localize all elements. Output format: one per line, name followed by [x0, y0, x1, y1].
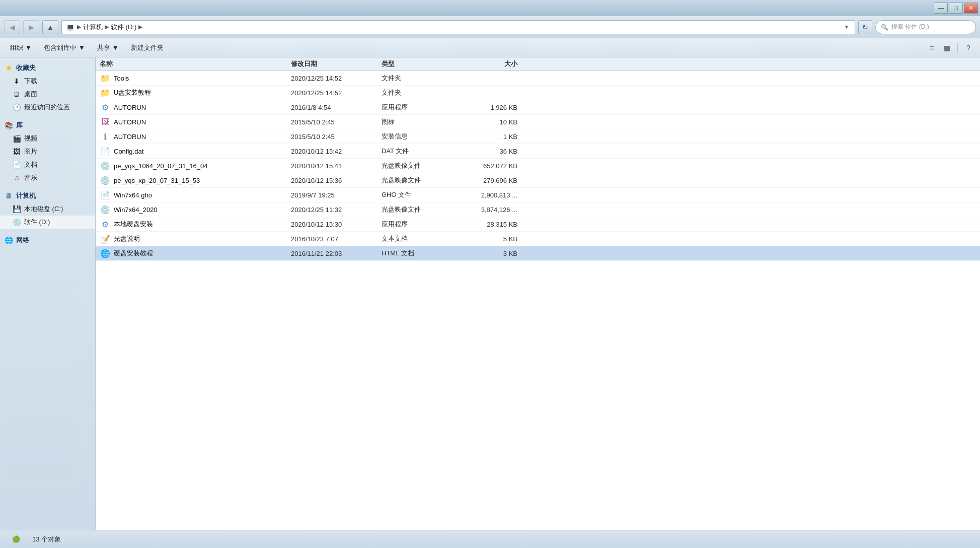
table-row[interactable]: 💿 pe_yqs_xp_20_07_31_15_53 2020/10/12 15…	[96, 173, 980, 188]
breadcrumb-computer[interactable]: 计算机	[83, 23, 103, 32]
up-button[interactable]: ▲	[42, 20, 58, 34]
minimize-button[interactable]: —	[934, 3, 948, 14]
file-date: 2020/10/12 15:36	[291, 177, 382, 184]
sidebar-network-header[interactable]: 🌐 网络	[0, 234, 95, 247]
file-name: ⚙ 本地硬盘安装	[100, 219, 291, 230]
file-date: 2020/12/25 11:32	[291, 206, 382, 214]
file-name: 📁 U盘安装教程	[100, 87, 291, 98]
close-button[interactable]: ✕	[964, 3, 978, 14]
file-type-icon: 💿	[100, 175, 111, 186]
table-row[interactable]: 📄 Win7x64.gho 2019/9/7 19:25 GHO 文件 2,90…	[96, 188, 980, 202]
table-row[interactable]: 📄 Config.dat 2020/10/12 15:42 DAT 文件 36 …	[96, 144, 980, 159]
toolbar-right: ≡ ▦ ?	[925, 41, 975, 54]
title-bar-controls: — □ ✕	[934, 3, 978, 14]
view-toggle-button2[interactable]: ▦	[940, 41, 953, 54]
sidebar-library-header[interactable]: 📚 库	[0, 119, 95, 132]
table-row[interactable]: ⚙ 本地硬盘安装 2020/10/12 15:30 应用程序 28,315 KB	[96, 217, 980, 232]
file-size: 2,900,813 ...	[457, 191, 517, 199]
file-type: 文件夹	[382, 88, 457, 97]
file-type-icon: 📄	[100, 146, 111, 157]
sidebar-computer-section: 🖥 计算机 💾 本地磁盘 (C:) 💿 软件 (D:)	[0, 189, 95, 229]
file-name-text: pe_yqs_1064_20_07_31_16_04	[114, 162, 208, 170]
file-list-area: 名称 修改日期 类型 大小 📁 Tools 2020/12/25 14:52 文…	[96, 57, 980, 530]
sidebar-computer-header[interactable]: 🖥 计算机	[0, 189, 95, 202]
file-date: 2020/10/12 15:42	[291, 148, 382, 155]
favorites-label: 收藏夹	[16, 63, 36, 73]
pictures-label: 图片	[24, 147, 37, 156]
breadcrumb-drive[interactable]: 软件 (D:)	[111, 23, 136, 32]
sidebar-item-video[interactable]: 🎬 视频	[0, 132, 95, 145]
file-date: 2016/1/8 4:54	[291, 104, 382, 111]
table-row[interactable]: 📝 光盘说明 2016/10/23 7:07 文本文档 5 KB	[96, 232, 980, 246]
new-folder-button[interactable]: 新建文件夹	[126, 41, 169, 55]
organize-button[interactable]: 组织 ▼	[5, 41, 37, 55]
file-name-text: 本地硬盘安装	[114, 220, 153, 229]
share-label: 共享	[97, 43, 110, 52]
sidebar: ★ 收藏夹 ⬇ 下载 🖥 桌面 🕐 最近访问的位置 📚 库 �	[0, 57, 96, 530]
file-size: 1,926 KB	[457, 104, 517, 111]
sidebar-item-drive-c[interactable]: 💾 本地磁盘 (C:)	[0, 202, 95, 216]
maximize-button[interactable]: □	[949, 3, 963, 14]
file-date: 2020/12/25 14:52	[291, 89, 382, 97]
sidebar-item-download[interactable]: ⬇ 下载	[0, 75, 95, 88]
drive-c-icon: 💾	[12, 204, 21, 214]
file-name: 📝 光盘说明	[100, 233, 291, 244]
file-name-text: U盘安装教程	[114, 88, 151, 97]
breadcrumb-bar[interactable]: 💻 ▶ 计算机 ▶ 软件 (D:) ▶ ▼	[61, 20, 855, 34]
sidebar-item-pictures[interactable]: 🖼 图片	[0, 145, 95, 158]
file-name-text: pe_yqs_xp_20_07_31_15_53	[114, 177, 200, 184]
file-name-text: 光盘说明	[114, 234, 140, 243]
file-name: 📁 Tools	[100, 73, 291, 84]
sidebar-favorites-section: ★ 收藏夹 ⬇ 下载 🖥 桌面 🕐 最近访问的位置	[0, 61, 95, 114]
file-name: 🌐 硬盘安装教程	[100, 248, 291, 259]
file-type-icon: ℹ	[100, 131, 111, 142]
main-layout: ★ 收藏夹 ⬇ 下载 🖥 桌面 🕐 最近访问的位置 📚 库 �	[0, 57, 980, 530]
search-bar[interactable]: 🔍 搜索 软件 (D:)	[875, 20, 976, 34]
file-type-icon: ⚙	[100, 219, 111, 230]
column-size[interactable]: 大小	[457, 59, 517, 68]
column-type[interactable]: 类型	[382, 59, 457, 68]
music-icon: ♫	[12, 173, 21, 182]
sidebar-item-documents[interactable]: 📄 文档	[0, 158, 95, 171]
table-row[interactable]: 🌐 硬盘安装教程 2016/11/21 22:03 HTML 文档 3 KB	[96, 246, 980, 261]
file-size: 28,315 KB	[457, 221, 517, 228]
sidebar-item-desktop[interactable]: 🖥 桌面	[0, 88, 95, 101]
column-date[interactable]: 修改日期	[291, 59, 382, 68]
include-library-button[interactable]: 包含到库中 ▼	[39, 41, 90, 55]
file-type: 安装信息	[382, 132, 457, 141]
drive-d-label: 软件 (D:)	[24, 218, 50, 227]
file-name: 💿 pe_yqs_1064_20_07_31_16_04	[100, 160, 291, 171]
file-name: 💿 Win7x64_2020	[100, 204, 291, 215]
file-size: 279,696 KB	[457, 177, 517, 184]
help-button[interactable]: ?	[962, 41, 975, 54]
table-row[interactable]: 💿 pe_yqs_1064_20_07_31_16_04 2020/10/12 …	[96, 159, 980, 173]
sidebar-item-recent[interactable]: 🕐 最近访问的位置	[0, 101, 95, 114]
organize-dropdown-icon: ▼	[25, 44, 32, 51]
table-row[interactable]: 💿 Win7x64_2020 2020/12/25 11:32 光盘映像文件 3…	[96, 202, 980, 217]
breadcrumb-dropdown[interactable]: ▼	[842, 21, 852, 33]
table-row[interactable]: ℹ AUTORUN 2015/5/10 2:45 安装信息 1 KB	[96, 129, 980, 144]
sidebar-item-drive-d[interactable]: 💿 软件 (D:)	[0, 216, 95, 229]
file-type-icon: 📄	[100, 189, 111, 200]
file-type-icon: 📁	[100, 87, 111, 98]
table-row[interactable]: 📁 U盘安装教程 2020/12/25 14:52 文件夹	[96, 86, 980, 100]
file-size: 652,072 KB	[457, 162, 517, 170]
file-type: 应用程序	[382, 103, 457, 112]
table-row[interactable]: ⚙ AUTORUN 2016/1/8 4:54 应用程序 1,926 KB	[96, 100, 980, 115]
organize-label: 组织	[10, 43, 23, 52]
back-button[interactable]: ◀	[4, 20, 20, 34]
file-date: 2020/10/12 15:30	[291, 221, 382, 228]
file-size: 10 KB	[457, 118, 517, 126]
share-button[interactable]: 共享 ▼	[92, 41, 124, 55]
column-name[interactable]: 名称	[100, 59, 291, 68]
file-date: 2020/12/25 14:52	[291, 75, 382, 82]
desktop-icon: 🖥	[12, 90, 21, 99]
view-toggle-button[interactable]: ≡	[925, 41, 938, 54]
sidebar-favorites-header[interactable]: ★ 收藏夹	[0, 61, 95, 75]
table-row[interactable]: 🖼 AUTORUN 2015/5/10 2:45 图标 10 KB	[96, 115, 980, 129]
forward-button[interactable]: ▶	[23, 20, 39, 34]
table-row[interactable]: 📁 Tools 2020/12/25 14:52 文件夹	[96, 71, 980, 86]
sidebar-item-music[interactable]: ♫ 音乐	[0, 171, 95, 184]
title-bar: — □ ✕	[0, 0, 980, 16]
refresh-button[interactable]: ↻	[858, 20, 872, 34]
